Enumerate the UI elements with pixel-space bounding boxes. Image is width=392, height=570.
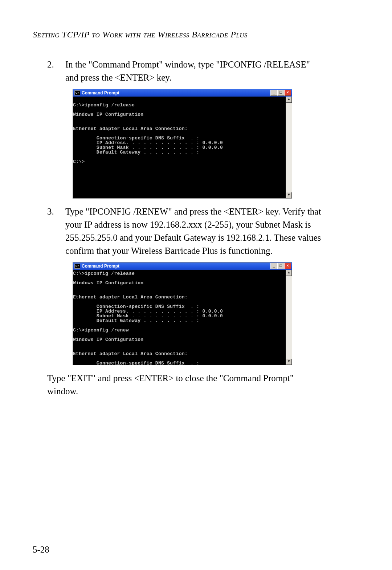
cmd-icon: C:\: [74, 264, 80, 269]
minimize-button[interactable]: _: [270, 263, 277, 269]
step-2: 2. In the "Command Prompt" window, type …: [47, 58, 322, 199]
step-3: 3. Type "IPCONFIG /RENEW" and press the …: [47, 205, 322, 365]
closing-text: Type "EXIT" and press <ENTER> to close t…: [47, 372, 322, 398]
scroll-up-button[interactable]: ▲: [286, 97, 292, 103]
step-number: 3.: [47, 205, 54, 218]
minimize-button[interactable]: _: [270, 90, 277, 96]
step-text: Type "IPCONFIG /RENEW" and press the <EN…: [65, 207, 321, 256]
close-button[interactable]: ×: [284, 263, 291, 269]
scroll-down-button[interactable]: ▼: [286, 192, 292, 198]
scroll-up-button[interactable]: ▲: [286, 270, 292, 276]
maximize-button[interactable]: □: [277, 263, 284, 269]
scrollbar-track[interactable]: [286, 103, 292, 192]
page-header: Setting TCP/IP to Work with the Wireless…: [33, 30, 248, 40]
titlebar[interactable]: C:\ Command Prompt _ □ ×: [73, 89, 292, 97]
command-prompt-window: C:\ Command Prompt _ □ × C:\>ipconfig /r…: [73, 262, 292, 365]
scrollbar[interactable]: ▲ ▼: [286, 97, 292, 198]
maximize-button[interactable]: □: [277, 90, 284, 96]
cmd-icon: C:\: [74, 90, 80, 95]
page-number: 5-28: [33, 545, 49, 555]
step-number: 2.: [47, 58, 54, 71]
terminal-output[interactable]: C:\>ipconfig /release Windows IP Configu…: [73, 270, 286, 365]
window-title: Command Prompt: [82, 91, 270, 95]
step-text: In the "Command Prompt" window, type "IP…: [65, 60, 310, 82]
window-title: Command Prompt: [82, 264, 270, 268]
terminal-output[interactable]: C:\>ipconfig /release Windows IP Configu…: [73, 97, 286, 198]
command-prompt-window: C:\ Command Prompt _ □ × C:\>ipconfig /r…: [73, 89, 292, 199]
titlebar[interactable]: C:\ Command Prompt _ □ ×: [73, 262, 292, 270]
scroll-down-button[interactable]: ▼: [286, 359, 292, 365]
close-button[interactable]: ×: [284, 90, 291, 96]
scrollbar-track[interactable]: [286, 276, 292, 359]
scrollbar[interactable]: ▲ ▼: [286, 270, 292, 365]
